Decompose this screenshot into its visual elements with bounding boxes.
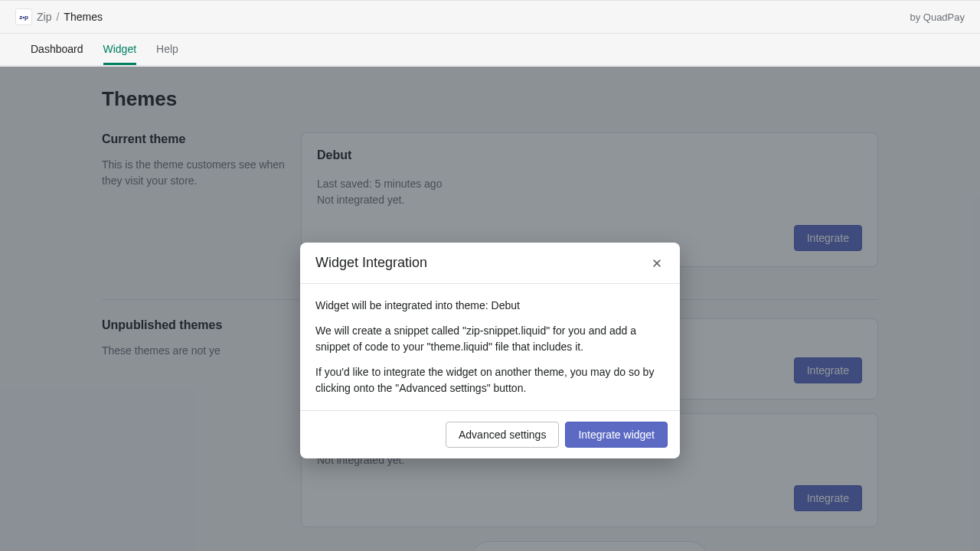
tab-dashboard[interactable]: Dashboard xyxy=(31,34,83,65)
modal-header: Widget Integration xyxy=(300,243,680,284)
topbar: z•p Zip / Themes by QuadPay xyxy=(0,0,980,34)
breadcrumb-sep: / xyxy=(56,11,59,23)
advanced-settings-button[interactable]: Advanced settings xyxy=(446,422,559,448)
zip-logo: z•p xyxy=(15,8,32,25)
widget-integration-modal: Widget Integration Widget will be integr… xyxy=(300,243,680,458)
integrate-widget-button[interactable]: Integrate widget xyxy=(565,422,668,448)
app-name: Zip xyxy=(37,11,51,23)
modal-p3: If you'd like to integrate the widget on… xyxy=(315,364,665,396)
close-icon[interactable] xyxy=(649,256,665,271)
tabs: Dashboard Widget Help xyxy=(0,34,980,66)
modal-p2: We will create a snippet called "zip-sni… xyxy=(315,323,665,355)
modal-body: Widget will be integrated into theme: De… xyxy=(300,284,680,411)
tab-help[interactable]: Help xyxy=(156,34,178,65)
breadcrumb: z•p Zip / Themes xyxy=(15,8,103,25)
breadcrumb-current: Themes xyxy=(64,11,103,23)
modal-title: Widget Integration xyxy=(315,255,427,271)
modal-p1: Widget will be integrated into theme: De… xyxy=(315,298,665,314)
modal-footer: Advanced settings Integrate widget xyxy=(300,411,680,458)
attribution: by QuadPay xyxy=(910,11,965,23)
tab-widget[interactable]: Widget xyxy=(103,34,137,65)
